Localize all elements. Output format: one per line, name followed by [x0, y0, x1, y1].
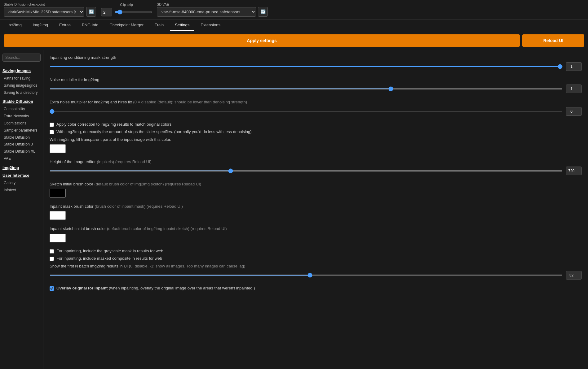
checkpoint-label: Stable Diffusion checkpoint: [4, 2, 96, 6]
checkpoint-refresh-btn[interactable]: 🔄: [86, 7, 96, 17]
sidebar-item-saving-images-grids[interactable]: Saving images/grids: [2, 82, 41, 89]
reload-ui-button[interactable]: Reload UI: [522, 34, 584, 47]
val-extra-noise-multiplier[interactable]: [566, 107, 582, 116]
slider-extra-noise-multiplier[interactable]: [50, 111, 563, 112]
content-area: Inpainting conditioning mask strength No…: [43, 50, 588, 369]
sidebar-item-stable-diffusion-xl[interactable]: Stable Diffusion XL: [2, 148, 41, 155]
label-inpaint-sketch-brush-color: Inpaint sketch initial brush color (defa…: [50, 226, 582, 232]
slider-row-noise-multiplier: [50, 85, 582, 93]
setting-overlay-original: Overlay original for inpaint (when inpai…: [50, 286, 582, 291]
top-bar: Stable Diffusion checkpoint darkSushiMix…: [0, 0, 588, 20]
label-include-greyscale-mask: For inpainting, include the greyscale ma…: [56, 249, 163, 253]
label-inpaint-brush-color: Inpaint mask brush color (brush color of…: [50, 204, 582, 209]
sidebar-item-stable-diffusion[interactable]: Stable Diffusion: [2, 134, 41, 141]
setting-include-masked-composite: For inpainting, include masked composite…: [50, 256, 582, 261]
sidebar-item-vae[interactable]: VAE: [2, 155, 41, 162]
checkpoint-wrapper: darkSushiMixMix_225D.safetensors [cca17b…: [4, 7, 96, 17]
setting-label-image-editor-height: Height of the image editor (in pixels) (…: [50, 159, 582, 165]
tab-settings[interactable]: Settings: [170, 20, 194, 31]
clip-skip-input[interactable]: [101, 8, 112, 16]
sidebar-item-paths-for-saving[interactable]: Paths for saving: [2, 75, 41, 82]
color-swatch-inpaint-brush[interactable]: [50, 211, 66, 220]
slider-row-extra-noise-multiplier: [50, 107, 582, 116]
action-bar: Apply settings Reload UI: [0, 31, 588, 50]
sidebar-section-saving-images[interactable]: Saving images: [2, 68, 41, 73]
setting-label-extra-noise-multiplier: Extra noise multiplier for img2img and h…: [50, 99, 582, 105]
label-overlay-original: Overlay original for inpaint (when inpai…: [56, 286, 255, 290]
sidebar-search-input[interactable]: [2, 54, 41, 62]
sidebar-section-stable-diffusion[interactable]: Stable Diffusion: [2, 99, 41, 104]
setting-inpaint-sketch-brush-color: Inpaint sketch initial brush color (defa…: [50, 226, 582, 242]
setting-image-editor-height: Height of the image editor (in pixels) (…: [50, 159, 582, 175]
slider-show-n-batch[interactable]: [50, 275, 563, 276]
sidebar-item-optimizations[interactable]: Optimizations: [2, 120, 41, 127]
setting-include-greyscale-mask: For inpainting, include the greyscale ma…: [50, 249, 582, 254]
label-with-img2img-steps: With img2img, do exactly the amount of s…: [56, 129, 252, 134]
tab-extensions[interactable]: Extensions: [196, 20, 225, 31]
setting-fill-transparent: With img2img, fill transparent parts of …: [50, 137, 582, 153]
checkbox-include-masked-composite[interactable]: [50, 257, 54, 261]
label-include-masked-composite: For inpainting, include masked composite…: [56, 256, 162, 261]
clip-skip-controls: [101, 8, 152, 16]
vae-label: SD VAE: [157, 2, 268, 6]
val-noise-multiplier[interactable]: [566, 85, 582, 93]
sidebar-item-sampler-parameters[interactable]: Sampler parameters: [2, 127, 41, 134]
tab-png-info[interactable]: PNG Info: [77, 20, 103, 31]
setting-sketch-brush-color: Sketch initial brush color (default brus…: [50, 181, 582, 198]
nav-tabs: txt2img img2img Extras PNG Info Checkpoi…: [0, 20, 588, 31]
slider-row-image-editor-height: [50, 167, 582, 175]
vae-select[interactable]: vae-ft-mse-840000-ema-pruned.safetensors: [157, 7, 256, 17]
slider-inpainting-mask-strength[interactable]: [50, 66, 563, 67]
vae-wrapper: vae-ft-mse-840000-ema-pruned.safetensors…: [157, 7, 268, 17]
setting-label-inpainting-mask-strength: Inpainting conditioning mask strength: [50, 55, 582, 60]
sidebar-item-stable-diffusion-3[interactable]: Stable Diffusion 3: [2, 141, 41, 148]
checkbox-apply-color-correction[interactable]: [50, 123, 54, 127]
sidebar: Saving images Paths for saving Saving im…: [0, 50, 43, 369]
vae-refresh-btn[interactable]: 🔄: [258, 7, 268, 17]
setting-label-show-n-batch: Show the first N batch img2img results i…: [50, 263, 582, 269]
slider-image-editor-height[interactable]: [50, 170, 563, 171]
main-layout: Saving images Paths for saving Saving im…: [0, 50, 588, 369]
val-image-editor-height[interactable]: [566, 167, 582, 175]
setting-label-noise-multiplier: Noise multiplier for img2img: [50, 77, 582, 83]
sidebar-item-gallery[interactable]: Gallery: [2, 180, 41, 187]
tab-img2img[interactable]: img2img: [28, 20, 53, 31]
checkbox-overlay-original[interactable]: [50, 286, 54, 291]
setting-with-img2img-steps: With img2img, do exactly the amount of s…: [50, 129, 582, 134]
tab-extras[interactable]: Extras: [54, 20, 76, 31]
checkbox-with-img2img-steps[interactable]: [50, 130, 54, 134]
setting-inpainting-mask-strength: Inpainting conditioning mask strength: [50, 55, 582, 71]
checkpoint-section: Stable Diffusion checkpoint darkSushiMix…: [4, 2, 96, 17]
label-fill-transparent: With img2img, fill transparent parts of …: [50, 137, 582, 142]
label-sketch-brush-color: Sketch initial brush color (default brus…: [50, 181, 582, 187]
clip-skip-section: Clip skip: [101, 3, 152, 16]
slider-row-inpainting-mask-strength: [50, 62, 582, 71]
tab-train[interactable]: Train: [150, 20, 169, 31]
sidebar-item-compatibility[interactable]: Compatibility: [2, 106, 41, 113]
apply-settings-button[interactable]: Apply settings: [4, 34, 520, 47]
clip-skip-slider[interactable]: [115, 10, 152, 15]
label-apply-color-correction: Apply color correction to img2img result…: [56, 122, 173, 127]
color-swatch-sketch-brush[interactable]: [50, 189, 66, 198]
sidebar-item-saving-to-a-directory[interactable]: Saving to a directory: [2, 89, 41, 96]
tab-txt2img[interactable]: txt2img: [4, 20, 27, 31]
setting-noise-multiplier: Noise multiplier for img2img: [50, 77, 582, 93]
color-swatch-inpaint-sketch-brush[interactable]: [50, 234, 66, 242]
color-swatch-fill-transparent[interactable]: [50, 144, 66, 153]
checkpoint-select[interactable]: darkSushiMixMix_225D.safetensors [cca17b…: [4, 7, 84, 17]
setting-show-n-batch: Show the first N batch img2img results i…: [50, 263, 582, 280]
checkbox-include-greyscale-mask[interactable]: [50, 249, 54, 254]
slider-noise-multiplier[interactable]: [50, 88, 563, 89]
sidebar-item-infotext[interactable]: Infotext: [2, 187, 41, 194]
val-inpainting-mask-strength[interactable]: [566, 62, 582, 71]
slider-row-show-n-batch: [50, 271, 582, 280]
val-show-n-batch[interactable]: [566, 271, 582, 280]
sidebar-section-img2img[interactable]: img2img: [2, 165, 41, 170]
setting-extra-noise-multiplier: Extra noise multiplier for img2img and h…: [50, 99, 582, 115]
setting-inpaint-brush-color: Inpaint mask brush color (brush color of…: [50, 204, 582, 220]
clip-skip-label: Clip skip: [120, 3, 133, 7]
sidebar-section-user-interface[interactable]: User Interface: [2, 173, 41, 178]
sidebar-item-extra-networks[interactable]: Extra Networks: [2, 113, 41, 120]
tab-checkpoint-merger[interactable]: Checkpoint Merger: [104, 20, 148, 31]
setting-apply-color-correction: Apply color correction to img2img result…: [50, 122, 582, 127]
